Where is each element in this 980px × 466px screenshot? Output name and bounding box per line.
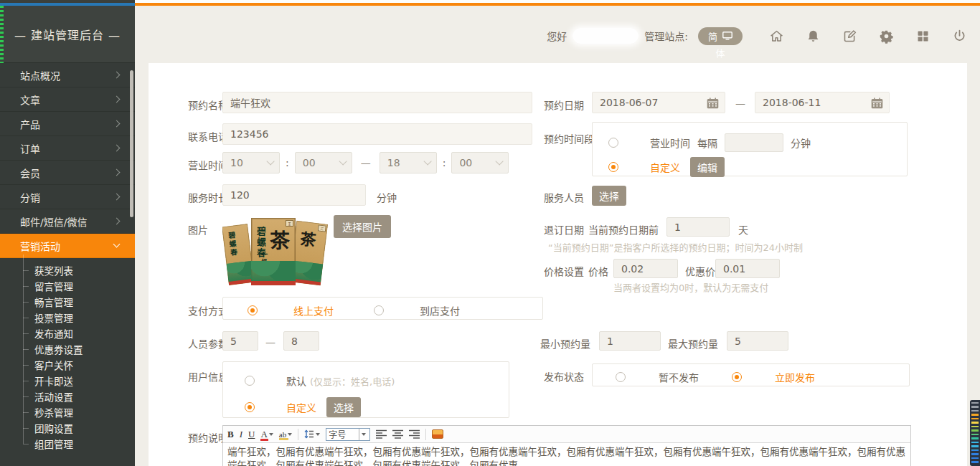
italic-button[interactable]: I	[240, 429, 242, 440]
sidebar-scrollbar[interactable]	[130, 70, 133, 217]
start-hour-select[interactable]: 10	[222, 152, 280, 173]
chevron-right-icon	[113, 72, 121, 79]
user-info-choose-button[interactable]: 选择	[326, 397, 361, 417]
time-slot-custom-radio[interactable]	[608, 162, 618, 172]
sidebar-item-label: 营销活动	[20, 239, 60, 253]
align-center-button[interactable]	[392, 429, 403, 439]
submenu-item-changyan-mgmt[interactable]: 畅言管理	[0, 294, 135, 310]
home-icon[interactable]	[768, 28, 784, 44]
insert-image-button[interactable]	[432, 429, 443, 439]
publish-later-radio[interactable]	[616, 372, 626, 382]
align-left-button[interactable]	[376, 429, 387, 439]
price-value: 0.02	[621, 263, 644, 275]
price-note: 当两者设置均为0时，默认为无需支付	[613, 280, 768, 294]
color-strip-widget[interactable]	[970, 400, 980, 466]
min-booking-value: 1	[607, 336, 613, 347]
max-booking-input[interactable]: 5	[727, 331, 788, 351]
end-minute-select[interactable]: 00	[451, 152, 509, 173]
sidebar-item-members[interactable]: 会员	[0, 161, 135, 185]
payment-instore-radio[interactable]	[374, 305, 384, 315]
dropdown-arrow-icon	[288, 433, 292, 436]
editor-toolbar: B I U A ab 字号	[223, 426, 910, 443]
sidebar-item-mail-sms-wechat[interactable]: 邮件/短信/微信	[0, 209, 135, 234]
line-spacing-button[interactable]	[304, 429, 320, 439]
submenu-item-coupon-settings[interactable]: 优惠券设置	[0, 341, 135, 357]
sidebar-item-products[interactable]: 产品	[0, 112, 135, 136]
time-slot-minutes-label: 分钟	[791, 135, 811, 150]
toolbar-divider	[298, 429, 298, 440]
submenu-item-publish-notice[interactable]: 发布通知	[0, 325, 135, 341]
submenu-item-groupbuy-settings[interactable]: 团购设置	[0, 420, 135, 436]
language-label: 简	[708, 29, 717, 43]
time-slot-edit-button[interactable]: 编辑	[690, 157, 725, 177]
submenu-label: 畅言管理	[34, 295, 73, 309]
align-right-button[interactable]	[409, 429, 420, 439]
people-min-value: 5	[230, 336, 237, 347]
sidebar-item-distribution[interactable]: 分销	[0, 185, 135, 209]
people-min-input[interactable]: 5	[222, 331, 258, 351]
payment-online-radio[interactable]	[248, 305, 258, 315]
contact-phone-input[interactable]: 123456	[222, 123, 532, 145]
cancel-days-input[interactable]: 1	[666, 217, 730, 237]
choose-image-button[interactable]: 选择图片	[334, 215, 391, 238]
submenu-item-activity-settings[interactable]: 活动设置	[0, 389, 135, 404]
submenu-item-team-mgmt[interactable]: 组团管理	[0, 436, 135, 452]
sidebar-item-label: 文章	[20, 92, 40, 107]
submenu-item-card-gift[interactable]: 开卡即送	[0, 373, 135, 389]
staff-choose-button[interactable]: 选择	[592, 186, 626, 206]
edit-icon[interactable]	[842, 28, 857, 44]
sidebar-item-orders[interactable]: 订单	[0, 136, 135, 161]
booking-date-start-input[interactable]: 2018-06-07	[592, 92, 725, 113]
app-logo: — 建站管理后台 —	[0, 6, 135, 63]
dropdown-button[interactable]	[359, 429, 367, 440]
language-switcher[interactable]: 简 体	[698, 27, 743, 45]
time-slot-business-radio[interactable]	[608, 138, 618, 148]
bell-icon[interactable]	[805, 28, 821, 44]
gear-icon[interactable]	[878, 28, 894, 44]
chevron-down-icon	[496, 157, 504, 165]
product-image: 碧螺春 茶 三 王 碧螺春 茶 一级	[222, 215, 329, 288]
sidebar-item-label: 分销	[20, 190, 40, 204]
sidebar-item-label: 产品	[20, 117, 40, 131]
bold-button[interactable]: B	[227, 429, 234, 440]
submenu-item-message-mgmt[interactable]: 留言管理	[0, 278, 135, 294]
underline-button[interactable]: U	[248, 429, 255, 440]
submenu-label: 组团管理	[34, 437, 73, 451]
hours-dash: —	[361, 157, 371, 168]
end-hour-select[interactable]: 18	[380, 152, 437, 173]
submenu-item-flashsale-mgmt[interactable]: 秒杀管理	[0, 404, 135, 420]
user-info-custom-radio[interactable]	[245, 402, 255, 412]
publish-later-label: 暂不发布	[659, 370, 699, 384]
time-slot-interval-input[interactable]	[725, 133, 783, 152]
submenu-item-customer-care[interactable]: 客户关怀	[0, 357, 135, 373]
calendar-icon[interactable]	[871, 98, 883, 109]
min-booking-input[interactable]: 1	[599, 331, 661, 351]
publish-now-radio[interactable]	[732, 372, 742, 382]
staff-label: 服务人员	[544, 190, 584, 204]
font-size-select[interactable]: 字号	[326, 428, 370, 441]
submenu-item-award-list[interactable]: 获奖列表	[0, 262, 135, 278]
highlight-button[interactable]: ab	[279, 430, 292, 439]
description-content[interactable]: 端午狂欢，包厢有优惠端午狂欢，包厢有优惠端午狂欢，包厢有优惠端午狂欢，包厢有优惠…	[223, 443, 910, 466]
service-duration-input[interactable]: 120	[222, 184, 366, 206]
time-slot-group: 营业时间 每隔 分钟 自定义 编辑	[592, 122, 908, 176]
submenu-item-vote-mgmt[interactable]: 投票管理	[0, 310, 135, 325]
sidebar-item-articles[interactable]: 文章	[0, 87, 135, 112]
sidebar-submenu: 获奖列表 留言管理 畅言管理 投票管理 发布通知 优惠券设置 客户关怀 开卡即送…	[0, 258, 135, 452]
booking-name-input[interactable]: 端午狂欢	[222, 92, 532, 113]
booking-date-end-input[interactable]: 2018-06-11	[755, 92, 890, 113]
start-minute-select[interactable]: 00	[295, 152, 352, 173]
apps-icon[interactable]	[915, 28, 930, 44]
discount-input[interactable]: 0.01	[715, 259, 780, 278]
sidebar-item-marketing[interactable]: 营销活动	[0, 234, 135, 258]
contact-phone-value: 123456	[230, 128, 268, 140]
price-input[interactable]: 0.02	[613, 259, 678, 278]
power-icon[interactable]	[951, 28, 967, 44]
calendar-icon[interactable]	[707, 98, 719, 109]
submenu-label: 投票管理	[34, 310, 73, 325]
sidebar-item-site-overview[interactable]: 站点概况	[0, 63, 135, 87]
font-color-button[interactable]: A	[260, 429, 273, 440]
people-max-input[interactable]: 8	[283, 331, 319, 351]
language-label-wrapped: 体	[698, 46, 743, 60]
user-info-default-radio[interactable]	[245, 376, 255, 386]
